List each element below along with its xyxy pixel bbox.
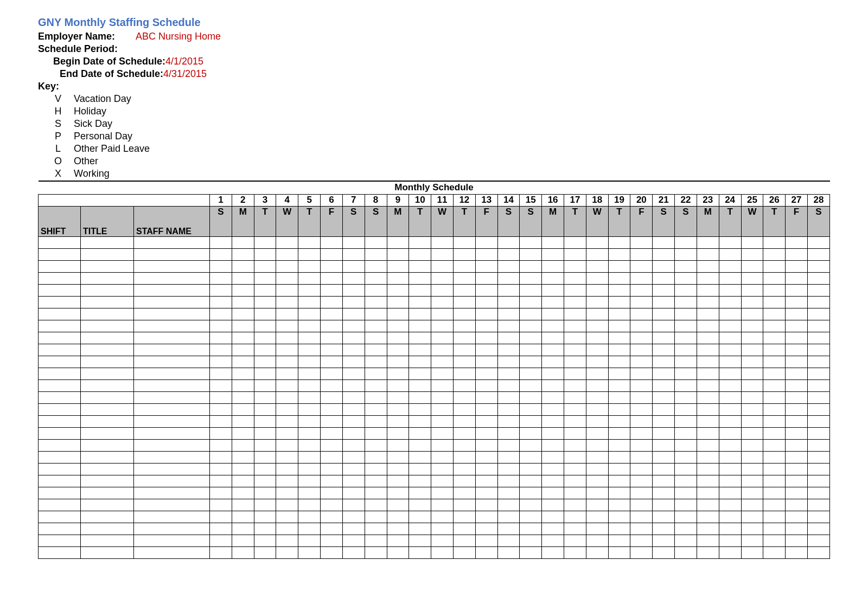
- cell-day[interactable]: [232, 499, 254, 511]
- cell-day[interactable]: [653, 284, 675, 296]
- cell-day[interactable]: [431, 535, 454, 546]
- cell-day[interactable]: [520, 368, 542, 379]
- cell-day[interactable]: [497, 511, 520, 523]
- cell-day[interactable]: [365, 451, 387, 463]
- cell-day[interactable]: [807, 248, 829, 260]
- cell-day[interactable]: [807, 356, 829, 368]
- cell-day[interactable]: [586, 487, 608, 499]
- cell-day[interactable]: [232, 248, 254, 260]
- cell-day[interactable]: [365, 296, 387, 308]
- cell-day[interactable]: [697, 475, 719, 487]
- cell-shift[interactable]: [39, 308, 81, 320]
- cell-day[interactable]: [387, 308, 409, 320]
- cell-day[interactable]: [542, 511, 564, 523]
- cell-day[interactable]: [276, 368, 298, 379]
- cell-day[interactable]: [254, 248, 276, 260]
- cell-day[interactable]: [542, 487, 564, 499]
- cell-day[interactable]: [542, 236, 564, 248]
- cell-day[interactable]: [365, 511, 387, 523]
- cell-day[interactable]: [321, 463, 343, 475]
- cell-day[interactable]: [387, 451, 409, 463]
- cell-day[interactable]: [697, 439, 719, 451]
- cell-day[interactable]: [697, 308, 719, 320]
- cell-day[interactable]: [342, 332, 365, 344]
- cell-title[interactable]: [81, 248, 134, 260]
- cell-day[interactable]: [763, 260, 786, 272]
- cell-day[interactable]: [232, 379, 254, 391]
- cell-day[interactable]: [276, 487, 298, 499]
- cell-day[interactable]: [763, 248, 786, 260]
- cell-day[interactable]: [586, 296, 608, 308]
- cell-day[interactable]: [210, 368, 232, 379]
- cell-day[interactable]: [497, 248, 520, 260]
- cell-day[interactable]: [763, 463, 786, 475]
- cell-shift[interactable]: [39, 499, 81, 511]
- cell-day[interactable]: [321, 272, 343, 284]
- cell-day[interactable]: [342, 308, 365, 320]
- cell-day[interactable]: [630, 427, 653, 439]
- cell-day[interactable]: [210, 439, 232, 451]
- cell-day[interactable]: [497, 439, 520, 451]
- cell-day[interactable]: [497, 260, 520, 272]
- cell-name[interactable]: [134, 415, 210, 427]
- cell-day[interactable]: [608, 523, 630, 535]
- cell-day[interactable]: [675, 523, 697, 535]
- cell-day[interactable]: [387, 391, 409, 403]
- cell-day[interactable]: [719, 356, 741, 368]
- cell-day[interactable]: [232, 415, 254, 427]
- cell-name[interactable]: [134, 439, 210, 451]
- cell-day[interactable]: [210, 523, 232, 535]
- cell-day[interactable]: [210, 272, 232, 284]
- cell-day[interactable]: [387, 379, 409, 391]
- cell-day[interactable]: [409, 308, 431, 320]
- cell-day[interactable]: [321, 487, 343, 499]
- cell-day[interactable]: [276, 499, 298, 511]
- cell-day[interactable]: [719, 427, 741, 439]
- cell-title[interactable]: [81, 260, 134, 272]
- cell-day[interactable]: [542, 403, 564, 415]
- cell-day[interactable]: [697, 427, 719, 439]
- cell-day[interactable]: [697, 368, 719, 379]
- cell-day[interactable]: [497, 368, 520, 379]
- cell-day[interactable]: [365, 391, 387, 403]
- cell-day[interactable]: [298, 248, 321, 260]
- cell-day[interactable]: [298, 379, 321, 391]
- cell-day[interactable]: [342, 546, 365, 558]
- cell-day[interactable]: [210, 332, 232, 344]
- cell-title[interactable]: [81, 320, 134, 332]
- cell-day[interactable]: [520, 463, 542, 475]
- cell-day[interactable]: [276, 344, 298, 356]
- cell-day[interactable]: [520, 403, 542, 415]
- cell-day[interactable]: [564, 535, 586, 546]
- cell-day[interactable]: [387, 546, 409, 558]
- cell-day[interactable]: [453, 368, 475, 379]
- cell-day[interactable]: [630, 236, 653, 248]
- cell-day[interactable]: [763, 511, 786, 523]
- cell-day[interactable]: [586, 308, 608, 320]
- cell-day[interactable]: [321, 451, 343, 463]
- cell-title[interactable]: [81, 439, 134, 451]
- cell-day[interactable]: [608, 260, 630, 272]
- cell-day[interactable]: [608, 463, 630, 475]
- cell-day[interactable]: [387, 463, 409, 475]
- cell-shift[interactable]: [39, 284, 81, 296]
- cell-day[interactable]: [453, 260, 475, 272]
- cell-day[interactable]: [630, 511, 653, 523]
- cell-day[interactable]: [254, 379, 276, 391]
- cell-day[interactable]: [564, 403, 586, 415]
- cell-day[interactable]: [719, 403, 741, 415]
- cell-day[interactable]: [807, 379, 829, 391]
- cell-day[interactable]: [321, 439, 343, 451]
- cell-day[interactable]: [475, 535, 497, 546]
- cell-day[interactable]: [365, 403, 387, 415]
- cell-day[interactable]: [475, 475, 497, 487]
- cell-day[interactable]: [630, 284, 653, 296]
- cell-shift[interactable]: [39, 320, 81, 332]
- cell-day[interactable]: [232, 308, 254, 320]
- cell-day[interactable]: [697, 391, 719, 403]
- cell-day[interactable]: [675, 308, 697, 320]
- cell-day[interactable]: [210, 236, 232, 248]
- cell-day[interactable]: [431, 260, 454, 272]
- cell-day[interactable]: [630, 546, 653, 558]
- cell-name[interactable]: [134, 511, 210, 523]
